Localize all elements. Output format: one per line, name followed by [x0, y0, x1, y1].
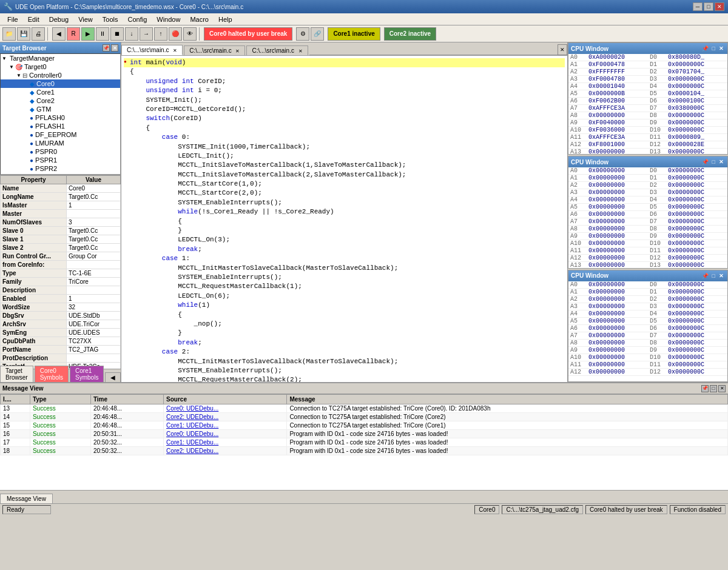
tree-node-pspr0[interactable]: ●PSPR0: [1, 147, 120, 156]
cpu-win-btn-2[interactable]: ✕: [718, 45, 725, 52]
tb-open[interactable]: 📁: [2, 27, 16, 41]
tb-icon1[interactable]: ⚙: [296, 27, 309, 41]
tab-nav-prev[interactable]: ◀: [105, 372, 121, 382]
code-text: MCCTL_RequestMasterCallback(2);: [130, 375, 302, 382]
breakpoint-dot[interactable]: ●: [124, 58, 129, 65]
code-text: MCCTL_StartCore(1,0);: [130, 179, 262, 189]
menu-config[interactable]: Config: [123, 15, 152, 24]
menu-view[interactable]: View: [73, 15, 98, 24]
menu-edit[interactable]: Edit: [23, 15, 44, 24]
menu-help[interactable]: Help: [214, 15, 237, 24]
file-tab-0[interactable]: C:\...\src\main.c ✕: [121, 45, 183, 55]
close-editor[interactable]: ✕: [558, 44, 567, 55]
tree-node-gtm[interactable]: ◆GTM: [1, 105, 120, 113]
menu-tools[interactable]: Tools: [98, 15, 123, 24]
code-line-10: SYSTIME_Init(1000,TimerCallback);: [124, 142, 565, 152]
cpu-scroll-area-1[interactable]: A00x00000000D00x0000000CA10x00000000D10x…: [568, 167, 727, 267]
tb-icon2[interactable]: 🔗: [311, 27, 324, 41]
tb-back[interactable]: ◀: [52, 27, 66, 41]
panel-close-button[interactable]: ✕: [111, 44, 118, 52]
cpu-scroll-area-2[interactable]: A00x00000000D00x0000000CA10x00000000D10x…: [568, 281, 727, 381]
file-tab-2[interactable]: C:\...\src\main.c ✕: [246, 45, 308, 55]
cpu-table-2: A00x00000000D00x0000000CA10x00000000D10x…: [568, 281, 727, 376]
code-text: break;: [130, 245, 202, 254]
col-message: Message: [287, 395, 728, 404]
cpu-table-1: A00x00000000D00x0000000CA10x00000000D10x…: [568, 167, 727, 267]
tb-watch[interactable]: 👁: [183, 27, 197, 41]
core0-status-button[interactable]: Core0 halted by user break: [204, 27, 292, 41]
tree-node-dfeeprom[interactable]: ●DF_EEPROM: [1, 130, 120, 139]
cpu-win-btn-0[interactable]: 📌: [701, 273, 710, 279]
minimize-button[interactable]: ─: [693, 2, 703, 11]
tree-node-lmuram[interactable]: ●LMURAM: [1, 139, 120, 147]
prop-row: NameCore0: [1, 184, 121, 193]
tree-view[interactable]: ▼TargetManager▼🎯Target0▼⊟Controller0◆Cor…: [0, 53, 121, 175]
tb-print[interactable]: 🖨: [32, 27, 45, 41]
cpu-row: A60x00000000D60x0000000C: [568, 211, 727, 218]
tree-node-pflash1[interactable]: ●PFLASH1: [1, 122, 120, 130]
message-view-panel[interactable]: I.... Type Time Source Message 13Success…: [0, 394, 728, 490]
tree-node-pspr2[interactable]: ●PSPR2: [1, 164, 120, 173]
mv-close[interactable]: ✕: [718, 385, 726, 392]
mv-float[interactable]: □: [710, 385, 717, 392]
tb-reset[interactable]: R: [67, 27, 80, 41]
cpu-scroll-area-0[interactable]: A00xA0000020D00x800080D_A10xF0000478D10x…: [568, 54, 727, 154]
close-tab-0[interactable]: ✕: [173, 48, 177, 53]
center-right-wrapper: C:\...\src\main.c ✕ C:\...\src\main.c ✕ …: [121, 42, 728, 382]
tree-node-pflash0[interactable]: ●PFLASH0: [1, 113, 120, 122]
cpu-row: A110x00000000D110x0000000C: [568, 361, 727, 368]
code-line-5: SYSTEM_Init();: [124, 96, 565, 105]
close-tab-2[interactable]: ✕: [298, 49, 303, 54]
tree-node-c0[interactable]: ▼⊟Controller0: [1, 71, 120, 79]
tab-core1-symbols[interactable]: Core1 Symbols: [70, 366, 104, 382]
cpu-win-btn-2[interactable]: ✕: [718, 273, 725, 279]
cpu-win-btn-2[interactable]: ✕: [718, 159, 725, 165]
menu-debug[interactable]: Debug: [44, 15, 73, 24]
cpu-row: A40x00001040D40x0000000C: [568, 83, 727, 90]
close-button[interactable]: ✕: [715, 2, 724, 11]
tb-run[interactable]: ▶: [81, 27, 95, 41]
cpu-row: A120x00000000D120x0000000C: [568, 255, 727, 262]
cpu-win-btn-0[interactable]: 📌: [701, 45, 710, 52]
tab-message-view[interactable]: Message View: [0, 494, 53, 503]
maximize-button[interactable]: □: [704, 2, 713, 11]
file-tab-1[interactable]: C:\...\src\main.c ✕: [184, 45, 245, 55]
tree-node-tm[interactable]: ▼TargetManager: [1, 54, 120, 62]
panel-pin-button[interactable]: 📌: [103, 44, 110, 52]
cpu-win-btn-1[interactable]: □: [711, 45, 716, 52]
menu-macro[interactable]: Macro: [185, 15, 214, 24]
tree-node-core2[interactable]: ◆Core2: [1, 96, 120, 105]
cpu-win-btn-1[interactable]: □: [711, 273, 716, 279]
close-tab-1[interactable]: ✕: [235, 49, 240, 54]
mv-pin[interactable]: 📌: [701, 385, 709, 392]
code-line-24: case 1:: [124, 254, 565, 263]
tb-breakpoint[interactable]: 🔴: [169, 27, 182, 41]
menu-window[interactable]: Window: [152, 15, 185, 24]
cpu-window-title: CPU Window: [571, 45, 608, 52]
cpu-row: A90xF0040000D90x0000000C: [568, 119, 727, 127]
tree-node-core0[interactable]: ◆Core0: [1, 79, 120, 88]
tb-pause[interactable]: ⏸: [96, 27, 109, 41]
tab-target-browser[interactable]: Target Browser: [0, 366, 33, 382]
core1-status-button[interactable]: Core1 inactive: [328, 27, 380, 41]
tree-node-pspr1[interactable]: ●PSPR1: [1, 156, 120, 164]
code-text: MCCTL_RequestMasterCallback(1);: [130, 282, 302, 291]
tab-core0-symbols[interactable]: Core0 Symbols: [35, 366, 69, 382]
tb-save[interactable]: 💾: [17, 27, 30, 41]
tb-step-out[interactable]: ↑: [154, 27, 167, 41]
code-text: {: [130, 124, 150, 133]
menu-file[interactable]: File: [2, 15, 23, 24]
tb-step-in[interactable]: ↓: [125, 27, 138, 41]
code-text: break;: [130, 338, 202, 347]
code-editor[interactable]: ●int main(void) { unsigned int CoreID; u…: [121, 56, 567, 382]
tree-node-t0[interactable]: ▼🎯Target0: [1, 62, 120, 71]
cpu-win-btn-1[interactable]: □: [711, 159, 716, 165]
code-line-27: MCCTL_RequestMasterCallback(1);: [124, 282, 565, 291]
tree-node-core1[interactable]: ◆Core1: [1, 88, 120, 96]
core2-status-button[interactable]: Core2 inactive: [384, 27, 436, 41]
tb-step-over[interactable]: →: [140, 27, 153, 41]
cpu-window-0: CPU Window📌□✕A00xA0000020D00x800080D_A10…: [568, 42, 728, 155]
cpu-win-btn-0[interactable]: 📌: [701, 159, 710, 165]
tb-stop[interactable]: ⏹: [110, 27, 124, 41]
cpu-row: A110xAFFFCE3AD110x0000809_: [568, 134, 727, 141]
